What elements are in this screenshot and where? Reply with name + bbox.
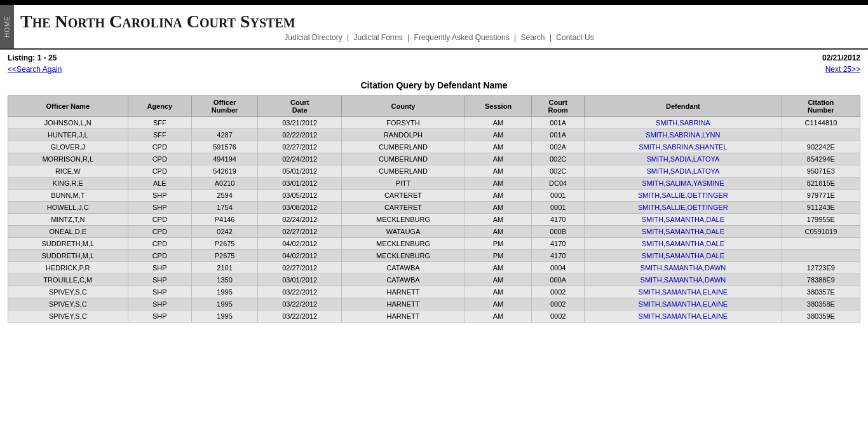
cell-agency: SFF — [128, 129, 191, 141]
cell-defendant[interactable]: SMITH,SADIA,LATOYA — [585, 165, 782, 177]
cell-officer: HUNTER,J,L — [8, 129, 128, 141]
cell-court-room: 4170 — [532, 214, 585, 226]
cell-defendant[interactable]: SMITH,SALLIE,OETTINGER — [585, 202, 782, 214]
cell-county: WATAUGA — [342, 226, 465, 238]
cell-session: PM — [465, 250, 531, 262]
table-row: SUDDRETH,M,LCPDP267504/02/2012MECKLENBUR… — [8, 238, 860, 250]
defendant-link[interactable]: SMITH,SADIA,LATOYA — [646, 167, 719, 175]
cell-citation: 78388E9 — [782, 274, 860, 286]
cell-defendant[interactable]: SMITH,SAMANTHA,ELAINE — [585, 298, 782, 310]
defendant-link[interactable]: SMITH,SADIA,LATOYA — [646, 155, 719, 163]
cell-court-room: 002C — [532, 153, 585, 165]
cell-court-room: 000A — [532, 274, 585, 286]
cell-county: CUMBERLAND — [342, 153, 465, 165]
cell-officer: TROUILLE,C,M — [8, 274, 128, 286]
cell-defendant[interactable]: SMITH,SAMANTHA,DALE — [585, 238, 782, 250]
page-title: Citation Query by Defendant Name — [8, 80, 860, 90]
cell-officer: BUNN,M,T — [8, 190, 128, 202]
cell-session: AM — [465, 141, 531, 153]
cell-officer: SUDDRETH,M,L — [8, 250, 128, 262]
cell-county: CARTERET — [342, 202, 465, 214]
cell-officer-num: P4146 — [192, 214, 258, 226]
cell-defendant[interactable]: SMITH,SAMANTHA,ELAINE — [585, 286, 782, 298]
defendant-link[interactable]: SMITH,SABRINA,LYNN — [646, 131, 720, 139]
cell-session: AM — [465, 214, 531, 226]
table-row: HUNTER,J,LSFF428702/22/2012RANDOLPHAM001… — [8, 129, 860, 141]
cell-county: CATAWBA — [342, 274, 465, 286]
cell-defendant[interactable]: SMITH,SAMANTHA,DALE — [585, 250, 782, 262]
cell-defendant[interactable]: SMITH,SADIA,LATOYA — [585, 153, 782, 165]
cell-county: CUMBERLAND — [342, 141, 465, 153]
defendant-link[interactable]: SMITH,SAMANTHA,ELAINE — [639, 300, 728, 308]
cell-officer: GLOVER,J — [8, 141, 128, 153]
table-row: SPIVEY,S,CSHP199503/22/2012HARNETTAM0002… — [8, 310, 860, 322]
results-table: Officer Name Agency OfficerNumber CourtD… — [8, 95, 860, 322]
cell-court-date: 03/05/2012 — [258, 190, 342, 202]
cell-agency: SFF — [128, 117, 191, 129]
nav-faq[interactable]: Frequently Asked Questions — [414, 33, 510, 42]
cell-county: HARNETT — [342, 310, 465, 322]
defendant-link[interactable]: SMITH,SABRINA — [656, 119, 710, 127]
cell-officer: KING,R,E — [8, 177, 128, 190]
cell-court-date: 04/02/2012 — [258, 250, 342, 262]
table-row: GLOVER,JCPD59157602/27/2012CUMBERLANDAM0… — [8, 141, 860, 153]
defendant-link[interactable]: SMITH,SABRINA,SHANTEL — [639, 143, 727, 151]
cell-defendant[interactable]: SMITH,SAMANTHA,ELAINE — [585, 310, 782, 322]
cell-defendant[interactable]: SMITH,SAMANTHA,DAWN — [585, 262, 782, 274]
cell-defendant[interactable]: SMITH,SABRINA,SHANTEL — [585, 141, 782, 153]
defendant-link[interactable]: SMITH,SAMANTHA,DALE — [642, 252, 724, 260]
nav-judicial-directory[interactable]: Judicial Directory — [284, 33, 342, 42]
cell-officer: HOWELL,J,C — [8, 202, 128, 214]
table-row: HOWELL,J,CSHP175403/08/2012CARTERETAM000… — [8, 202, 860, 214]
table-row: SPIVEY,S,CSHP199503/22/2012HARNETTAM0002… — [8, 286, 860, 298]
defendant-link[interactable]: SMITH,SAMANTHA,DALE — [642, 240, 724, 247]
cell-defendant[interactable]: SMITH,SABRINA,LYNN — [585, 129, 782, 141]
defendant-link[interactable]: SMITH,SAMANTHA,ELAINE — [639, 288, 728, 296]
defendant-link[interactable]: SMITH,SAMANTHA,DALE — [642, 228, 724, 235]
cell-session: AM — [465, 129, 531, 141]
table-row: TROUILLE,C,MSHP135003/01/2012CATAWBAAM00… — [8, 274, 860, 286]
content-area: Listing: 1 - 25 02/21/2012 <<Search Agai… — [0, 50, 868, 326]
defendant-link[interactable]: SMITH,SAMANTHA,ELAINE — [639, 312, 728, 320]
cell-session: AM — [465, 177, 531, 190]
nav-search[interactable]: Search — [521, 33, 545, 42]
cell-agency: CPD — [128, 165, 191, 177]
cell-officer: MORRISON,R,L — [8, 153, 128, 165]
cell-county: FORSYTH — [342, 117, 465, 129]
cell-agency: CPD — [128, 214, 191, 226]
cell-defendant[interactable]: SMITH,SALIMA,YASMINE — [585, 177, 782, 190]
cell-citation: 902242E — [782, 141, 860, 153]
cell-county: MECKLENBURG — [342, 214, 465, 226]
cell-defendant[interactable]: SMITH,SAMANTHA,DAWN — [585, 274, 782, 286]
cell-defendant[interactable]: SMITH,SABRINA — [585, 117, 782, 129]
col-defendant: Defendant — [585, 96, 782, 117]
cell-officer: RICE,W — [8, 165, 128, 177]
cell-citation: 95071E3 — [782, 165, 860, 177]
defendant-link[interactable]: SMITH,SALIMA,YASMINE — [642, 179, 724, 187]
defendant-link[interactable]: SMITH,SAMANTHA,DALE — [642, 216, 724, 223]
cell-agency: ALE — [128, 177, 191, 190]
cell-citation: C0591019 — [782, 226, 860, 238]
search-again-link[interactable]: <<Search Again — [8, 65, 62, 74]
next-link[interactable]: Next 25>> — [825, 65, 860, 74]
cell-agency: SHP — [128, 274, 191, 286]
table-row: BUNN,M,TSHP259403/05/2012CARTERETAM0001S… — [8, 190, 860, 202]
col-officer-name: Officer Name — [8, 96, 128, 117]
table-row: SUDDRETH,M,LCPDP267504/02/2012MECKLENBUR… — [8, 250, 860, 262]
cell-court-date: 02/22/2012 — [258, 129, 342, 141]
cell-defendant[interactable]: SMITH,SAMANTHA,DALE — [585, 226, 782, 238]
nav-judicial-forms[interactable]: Judicial Forms — [353, 33, 402, 42]
defendant-link[interactable]: SMITH,SAMANTHA,DAWN — [641, 264, 726, 272]
nav-contact[interactable]: Contact Us — [556, 33, 593, 42]
cell-officer-num: 4287 — [192, 129, 258, 141]
col-officer-number: OfficerNumber — [192, 96, 258, 117]
defendant-link[interactable]: SMITH,SALLIE,OETTINGER — [638, 204, 728, 211]
cell-agency: SHP — [128, 262, 191, 274]
cell-defendant[interactable]: SMITH,SAMANTHA,DALE — [585, 214, 782, 226]
cell-court-date: 03/21/2012 — [258, 117, 342, 129]
home-tab[interactable]: HOME — [0, 5, 14, 48]
defendant-link[interactable]: SMITH,SALLIE,OETTINGER — [638, 191, 728, 199]
cell-officer-num: 1350 — [192, 274, 258, 286]
defendant-link[interactable]: SMITH,SAMANTHA,DAWN — [641, 276, 726, 284]
cell-defendant[interactable]: SMITH,SALLIE,OETTINGER — [585, 190, 782, 202]
